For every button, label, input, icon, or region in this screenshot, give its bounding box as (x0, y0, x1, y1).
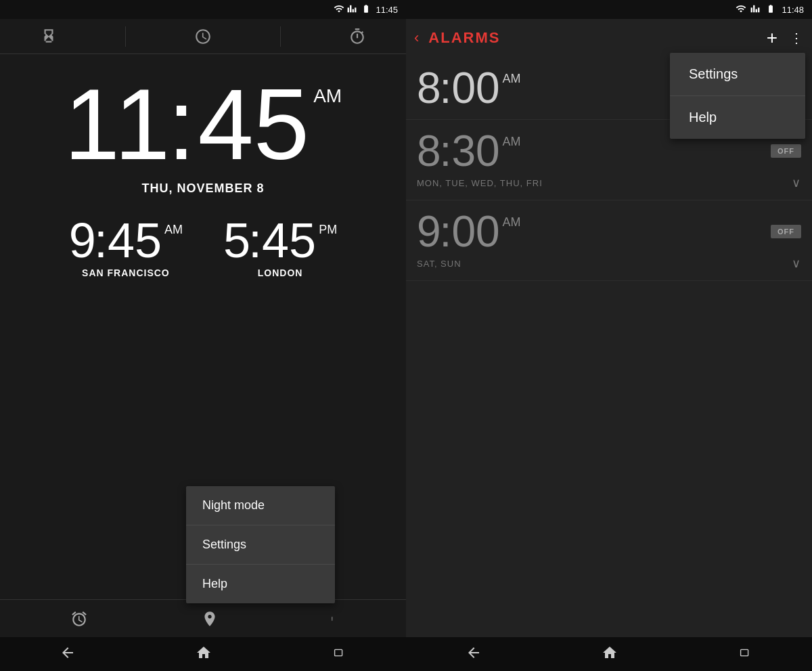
svg-rect-4 (740, 649, 748, 655)
left-nav-bar (0, 19, 406, 54)
world-clock-sf: 9 : 45 AM SAN FRANCISCO (69, 216, 183, 278)
right-wifi-icon (736, 3, 746, 16)
right-status-bar: 11:48 (406, 0, 812, 19)
alarm-1-ampm: AM (503, 72, 521, 86)
left-status-time: 11:45 (376, 5, 398, 15)
wifi-icon (334, 3, 344, 16)
london-hours: 5 (223, 216, 248, 265)
london-colon: : (248, 216, 262, 265)
battery-icon (359, 4, 373, 16)
alarm-2-toggle[interactable]: OFF (771, 144, 801, 158)
main-date: THU, NOVEMBER 8 (141, 181, 264, 196)
night-mode-menu-item[interactable]: Night mode (186, 486, 335, 525)
left-bottom-bar (0, 599, 406, 637)
alarm-3-days: SAT, SUN ∨ (417, 256, 801, 271)
toolbar-menu-button[interactable]: ⋮ (790, 30, 804, 46)
left-status-bar: 11:45 (0, 0, 406, 19)
main-colon: : (167, 74, 195, 175)
settings-menu-item-right[interactable]: Settings (670, 53, 805, 96)
alarm-2-colon: : (440, 129, 452, 173)
right-context-menu: Settings Help (670, 53, 805, 139)
alarm-2-days: MON, TUE, WED, THU, FRI ∨ (417, 175, 801, 190)
london-ampm: PM (319, 223, 337, 237)
timer-tab[interactable] (28, 19, 69, 53)
world-clocks: 9 : 45 AM SAN FRANCISCO 5 : 45 PM LONDON (69, 216, 337, 278)
stopwatch-tab[interactable] (337, 19, 378, 53)
alarm-3-time: 9 : 00 AM (417, 210, 521, 253)
alarm-3-minutes: 00 (451, 210, 499, 253)
help-menu-item-right[interactable]: Help (670, 96, 805, 139)
left-system-nav (0, 637, 406, 671)
left-panel: 11:45 11 : 45 AM (0, 0, 406, 671)
world-clock-london: 5 : 45 PM LONDON (223, 216, 337, 278)
alarm-item-3[interactable]: 9 : 00 AM OFF SAT, SUN ∨ (406, 200, 812, 281)
main-time-display: 11 : 45 AM (64, 74, 342, 175)
help-menu-item-left[interactable]: Help (186, 565, 335, 603)
right-status-time: 11:48 (782, 5, 804, 15)
right-toolbar: ‹ ALARMS + ⋮ (406, 19, 812, 57)
alarm-2-hours: 8 (417, 129, 440, 173)
alarm-3-colon: : (440, 210, 452, 253)
london-minutes: 45 (262, 216, 316, 265)
svg-point-1 (332, 618, 333, 620)
sf-colon: : (94, 216, 108, 265)
right-system-nav (406, 637, 812, 671)
nav-divider-1 (125, 26, 126, 47)
clock-tab[interactable] (183, 19, 223, 53)
sf-label: SAN FRANCISCO (82, 267, 170, 278)
more-bottom-icon[interactable] (332, 611, 336, 626)
alarm-3-ampm: AM (503, 215, 521, 230)
alarm-2-time: 8 : 30 AM (417, 129, 521, 173)
home-button-left[interactable] (196, 645, 212, 664)
home-button-right[interactable] (602, 645, 618, 664)
toolbar-title: ALARMS (428, 29, 759, 47)
main-ampm: AM (313, 87, 342, 106)
alarm-3-expand-icon[interactable]: ∨ (792, 256, 801, 271)
back-button-left[interactable] (60, 645, 76, 664)
recents-button-left[interactable] (332, 645, 346, 664)
sf-hours: 9 (69, 216, 94, 265)
recents-button-right[interactable] (738, 645, 752, 664)
alarm-3-hours: 9 (417, 210, 440, 253)
settings-menu-item-left[interactable]: Settings (186, 525, 335, 565)
svg-point-0 (332, 617, 333, 618)
location-bottom-icon[interactable] (201, 610, 219, 628)
nav-divider-2 (280, 26, 281, 47)
alarm-2-minutes: 30 (451, 129, 499, 173)
signal-icon (347, 4, 357, 16)
alarm-1-hours: 8 (417, 66, 440, 110)
right-battery-icon (764, 4, 777, 16)
london-label: LONDON (258, 267, 303, 278)
alarm-1-time: 8 : 00 AM (417, 66, 521, 110)
alarm-2-expand-icon[interactable]: ∨ (792, 175, 801, 190)
main-minutes: 45 (198, 74, 310, 175)
back-button-toolbar[interactable]: ‹ (414, 29, 419, 47)
right-panel: 11:48 ‹ ALARMS + ⋮ 8 : 00 AM 8 (406, 0, 812, 671)
svg-point-2 (332, 620, 333, 621)
add-alarm-button[interactable]: + (767, 27, 777, 49)
alarms-list: 8 : 00 AM 8 : 30 AM OFF MON, TUE, WED, T… (406, 57, 812, 637)
sf-ampm: AM (164, 223, 183, 237)
svg-rect-3 (334, 649, 342, 655)
sf-minutes: 45 (108, 216, 162, 265)
back-button-right[interactable] (466, 645, 482, 664)
main-hours: 11 (64, 74, 165, 175)
right-signal-icon (750, 4, 760, 16)
alarm-3-toggle[interactable]: OFF (771, 225, 801, 238)
alarm-1-minutes: 00 (451, 66, 499, 110)
alarm-bottom-icon[interactable] (70, 610, 88, 628)
alarm-1-colon: : (440, 66, 452, 110)
left-context-menu: Night mode Settings Help (186, 486, 335, 603)
alarm-2-ampm: AM (503, 135, 521, 149)
